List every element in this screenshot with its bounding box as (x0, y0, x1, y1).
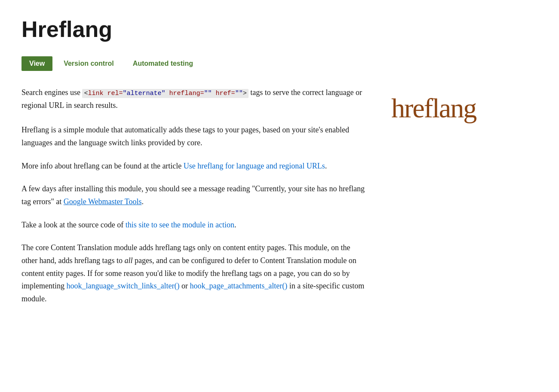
p4-suffix: . (141, 197, 144, 206)
paragraph-4: A few days after installing this module,… (22, 183, 366, 208)
content-main: Search engines use <link rel="alternate"… (22, 86, 366, 316)
code-tag-inline: <link rel="alternate" hreflang="" href="… (82, 89, 248, 98)
page-title: Hreflang (22, 17, 538, 42)
module-logo-area: hreflang (391, 86, 538, 130)
paragraph-2: Hreflang is a simple module that automat… (22, 124, 366, 149)
intro-paragraph: Search engines use <link rel="alternate"… (22, 86, 366, 112)
p3-prefix: More info about hreflang can be found at… (22, 162, 184, 170)
intro-prefix-text: Search engines use (22, 88, 82, 97)
paragraph-6: The core Content Translation module adds… (22, 242, 366, 305)
google-webmaster-link[interactable]: Google Webmaster Tools (64, 197, 142, 206)
hook-page-link[interactable]: hook_page_attachments_alter() (190, 282, 287, 290)
hreflang-article-link[interactable]: Use hreflang for language and regional U… (184, 162, 325, 170)
tab-version-control[interactable]: Version control (56, 55, 121, 73)
tab-view[interactable]: View (22, 56, 52, 71)
tabs-bar: View Version control Automated testing (22, 55, 538, 73)
paragraph-5: Take a look at the source code of this s… (22, 219, 366, 232)
p6-italic: all (124, 256, 132, 265)
p5-prefix: Take a look at the source code of (22, 220, 126, 229)
paragraph-3: More info about hreflang can be found at… (22, 160, 366, 173)
hook-language-link[interactable]: hook_language_switch_links_alter() (66, 282, 179, 290)
content-layout: Search engines use <link rel="alternate"… (22, 86, 538, 316)
p5-suffix: . (234, 220, 236, 229)
source-code-link[interactable]: this site to see the module in action (126, 220, 234, 229)
hreflang-logo-text: hreflang (391, 86, 538, 130)
p3-suffix: . (325, 162, 327, 170)
tab-automated-testing[interactable]: Automated testing (125, 55, 201, 73)
p6-part3: or (179, 282, 190, 290)
